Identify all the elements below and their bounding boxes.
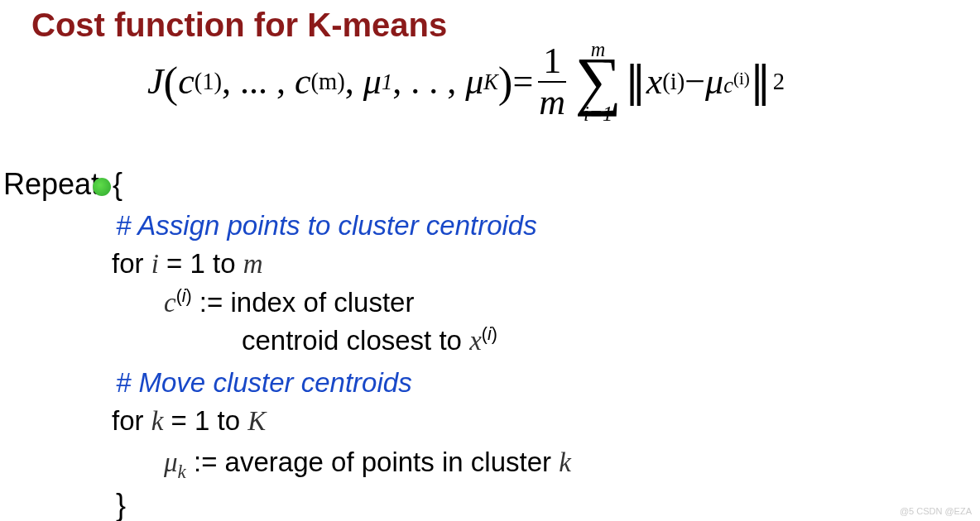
repeat-label: Repeat{ <box>3 167 122 202</box>
comment-assign: # Assign points to cluster centroids <box>116 210 537 241</box>
brace-open: { <box>113 167 122 201</box>
paren-open: ( <box>164 57 179 107</box>
ci-sup: ((i)i) <box>176 286 192 306</box>
ci-c: c <box>164 288 176 318</box>
norm-close: ‖ <box>750 57 771 106</box>
assign-c-i: c((i)i) := index of cluster <box>164 286 414 318</box>
for1-b: = 1 to <box>159 248 243 279</box>
minus: − <box>685 60 705 103</box>
args-dots-2: , . . , <box>392 60 456 103</box>
comma-1: , <box>345 60 363 103</box>
mu-c-sub-sup: (i) <box>733 69 750 88</box>
for2-k: k <box>151 406 164 436</box>
equals: = <box>512 60 533 103</box>
for-loop-i: for i = 1 to m <box>112 248 263 280</box>
for1-a: for <box>112 248 151 279</box>
norm-open: ‖ <box>625 57 646 106</box>
cent-x: x <box>469 326 482 356</box>
arg-c1: c <box>178 60 195 103</box>
cent-x-sup: (i) <box>482 324 497 344</box>
args-dots-1: , ... , <box>222 60 286 103</box>
for1-i: i <box>151 249 159 279</box>
ci-assign: := index of cluster <box>192 287 415 318</box>
sigma-symbol: ∑ <box>574 55 621 107</box>
muk-k-end: k <box>559 447 571 477</box>
x-i: x <box>646 60 663 103</box>
mu-c-sub: c(i) <box>723 79 750 85</box>
for2-a: for <box>112 405 151 436</box>
paren-close: ) <box>498 57 513 107</box>
for2-K: K <box>247 406 266 436</box>
watermark: @5 CSDN @EZA <box>900 506 972 516</box>
for-loop-k: for k = 1 to K <box>112 405 266 437</box>
comment-move: # Move cluster centroids <box>116 367 412 399</box>
sigma-bot: i=1 <box>584 104 612 124</box>
cost-function-formula: J ( c(1) , ... , c(m) , μ1 , . . , μK ) … <box>147 40 785 124</box>
arg-cm: c <box>295 60 311 103</box>
mu-c-i: μ <box>705 60 723 103</box>
for2-b: = 1 to <box>163 405 247 436</box>
summation: m ∑ i=1 <box>574 40 621 124</box>
fraction-1-over-m: 1 m <box>538 43 566 121</box>
frac-den: m <box>539 83 565 121</box>
slide-title: Cost function for K-means <box>31 7 447 44</box>
mu1: μ <box>363 60 382 103</box>
muk-mu: μ <box>164 447 178 477</box>
repeat-text: Repeat <box>3 167 99 201</box>
muk-k-sub: k <box>178 461 186 482</box>
frac-num: 1 <box>538 43 566 83</box>
muk-assign: := average of points in cluster <box>186 447 559 477</box>
assign-mu-k: μk := average of points in cluster k <box>164 447 571 478</box>
centroid-closest: centroid closest to x(i) <box>242 324 497 356</box>
for1-m: m <box>243 249 263 279</box>
formula-J: J <box>147 60 164 103</box>
muK: μ <box>465 60 483 103</box>
cursor-dot-icon <box>93 178 111 196</box>
cent-a: centroid closest to <box>242 325 469 356</box>
brace-close: } <box>116 488 126 521</box>
